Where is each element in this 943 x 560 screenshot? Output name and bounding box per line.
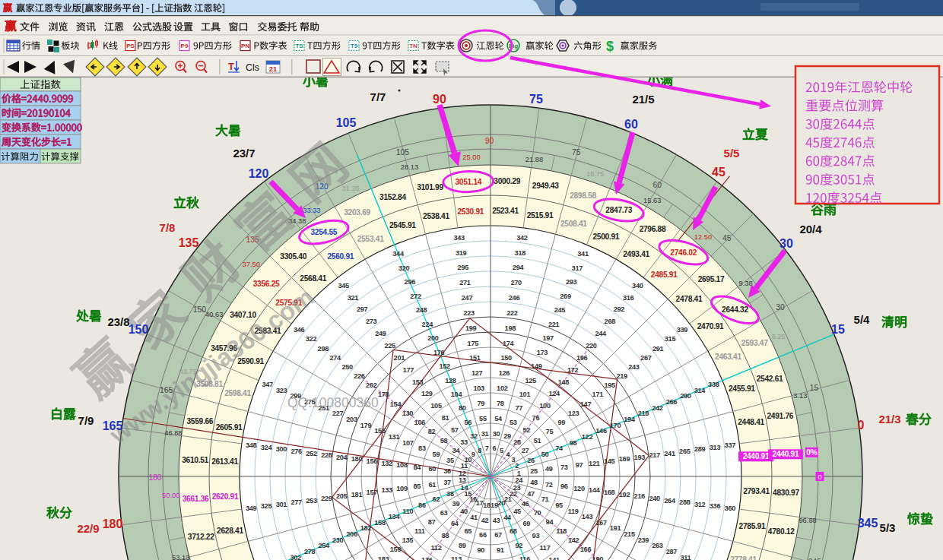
svg-text:176: 176 [433,349,445,356]
svg-text:76: 76 [532,414,540,422]
svg-text:45: 45 [513,508,521,515]
svg-text:227: 227 [332,410,344,417]
svg-text:83: 83 [418,445,426,452]
svg-text:2593.47: 2593.47 [741,339,768,347]
svg-text:278: 278 [304,548,316,555]
svg-text:3712.22: 3712.22 [188,533,214,541]
svg-text:23/7: 23/7 [233,147,255,160]
svg-text:245: 245 [554,306,566,314]
svg-text:Big: Big [509,43,519,49]
svg-text:156: 156 [367,457,378,465]
svg-text:183: 183 [378,555,389,560]
svg-text:77: 77 [515,404,522,412]
svg-text:93: 93 [532,532,540,539]
svg-text:53: 53 [510,419,517,426]
svg-text:203: 203 [346,416,357,423]
svg-text:117: 117 [540,544,551,552]
svg-text:2448.41: 2448.41 [738,418,764,426]
svg-text:17: 17 [476,499,484,507]
svg-text:130: 130 [402,410,414,417]
svg-text:47: 47 [527,490,535,498]
svg-text:178: 178 [378,391,389,398]
svg-text:95: 95 [555,501,563,509]
svg-text:292: 292 [614,305,625,313]
svg-text:158: 158 [374,519,386,527]
svg-text:272: 272 [410,293,421,300]
svg-text:0%: 0% [806,448,817,457]
svg-text:121: 121 [589,460,600,467]
svg-text:119: 119 [568,508,579,515]
svg-text:21.88: 21.88 [525,156,543,163]
svg-text:39: 39 [452,500,460,508]
svg-text:159: 159 [390,546,402,553]
svg-text:294: 294 [513,264,525,271]
svg-text:321: 321 [348,294,359,302]
svg-text:6: 6 [492,445,496,452]
svg-text:254: 254 [318,542,330,549]
svg-text:21/5: 21/5 [632,93,654,106]
svg-text:219: 219 [616,372,627,380]
svg-text:265: 265 [679,448,691,455]
svg-text:157: 157 [367,489,378,496]
svg-text:341: 341 [577,250,589,258]
svg-text:344: 344 [392,250,405,258]
svg-text:33: 33 [460,438,468,446]
svg-text:30: 30 [493,430,500,438]
svg-text:2440.91: 2440.91 [743,452,770,460]
svg-text:55: 55 [479,415,487,422]
svg-text:242: 242 [652,404,663,412]
svg-text:3407.10: 3407.10 [230,311,256,319]
svg-text:111: 111 [414,527,425,535]
svg-text:63: 63 [440,509,448,517]
svg-text:87: 87 [428,518,436,526]
svg-text:60: 60 [624,118,638,131]
svg-text:25.00: 25.00 [462,153,480,161]
svg-text:288: 288 [679,498,691,506]
svg-text:71: 71 [541,495,549,503]
svg-text:45: 45 [722,234,732,242]
svg-text:346: 346 [294,326,305,334]
svg-text:230: 230 [332,536,344,544]
svg-text:103: 103 [473,384,484,392]
svg-text:264: 264 [664,497,676,505]
svg-text:223: 223 [463,309,475,317]
svg-text:249: 249 [375,330,386,337]
svg-text:323: 323 [276,387,287,394]
svg-text:325: 325 [261,502,272,510]
svg-text:37.50: 37.50 [243,261,260,268]
svg-text:120: 120 [249,167,269,180]
svg-text:69: 69 [522,520,530,527]
svg-text:6.25: 6.25 [772,333,786,340]
svg-text:243: 243 [628,363,640,371]
svg-text:78: 78 [497,400,504,407]
svg-text:253: 253 [306,497,317,505]
svg-text:300: 300 [276,445,287,453]
svg-text:2508.41: 2508.41 [560,220,587,228]
svg-text:15: 15 [810,384,819,392]
svg-text:200: 200 [427,334,439,342]
svg-text:199: 199 [465,324,477,332]
svg-text:113: 113 [451,555,462,560]
svg-text:19: 19 [491,501,498,509]
svg-text:250: 250 [341,363,353,371]
svg-text:105: 105 [336,116,357,129]
svg-text:150: 150 [500,354,512,362]
svg-text:142: 142 [568,536,579,544]
svg-text:75: 75 [546,428,554,435]
svg-text:324: 324 [261,444,273,451]
svg-text:75: 75 [572,148,581,157]
svg-text:32: 32 [470,432,478,440]
svg-text:277: 277 [291,498,302,506]
svg-text:12: 12 [459,470,466,477]
svg-text:2695.17: 2695.17 [698,275,725,283]
svg-text:18.75: 18.75 [586,170,604,178]
svg-text:269: 269 [560,293,571,300]
svg-text:2644.32: 2644.32 [722,305,748,314]
svg-text:289: 289 [694,445,706,453]
svg-text:96: 96 [560,482,568,490]
svg-text:75: 75 [529,93,543,106]
svg-text:89: 89 [459,542,466,549]
svg-text:287: 287 [666,548,678,555]
svg-text:23/8: 23/8 [107,315,129,328]
svg-text:311: 311 [680,554,691,560]
